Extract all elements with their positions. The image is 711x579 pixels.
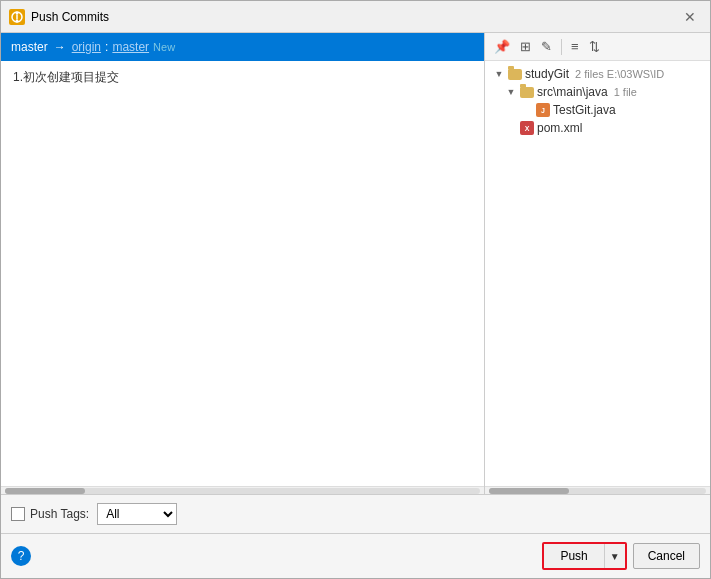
tree-arrow-src: ▼: [505, 86, 517, 98]
svg-point-1: [16, 11, 19, 14]
tags-select[interactable]: All: [97, 503, 177, 525]
hscroll-track[interactable]: [5, 488, 480, 494]
svg-point-2: [16, 19, 19, 22]
left-panel: master → origin : master New 1.初次创建项目提交: [1, 33, 485, 494]
branch-separator: :: [105, 40, 108, 54]
tree-item-src-main-java[interactable]: ▼ src\main\java 1 file: [485, 83, 710, 101]
right-actions: Push ▼ Cancel: [542, 542, 700, 570]
from-branch: master: [11, 40, 48, 54]
hscroll-thumb[interactable]: [5, 488, 85, 494]
push-tags-label: Push Tags:: [30, 507, 89, 521]
close-button[interactable]: ✕: [678, 8, 702, 26]
titlebar-left: Push Commits: [9, 9, 109, 25]
tree-meta-src: 1 file: [614, 86, 637, 98]
push-tags-row: Push Tags: All: [1, 495, 710, 533]
action-row: ? Push ▼ Cancel: [1, 533, 710, 578]
edit-icon-btn[interactable]: ✎: [538, 38, 555, 55]
push-tags-checkbox-wrap: Push Tags:: [11, 507, 89, 521]
xml-file-icon: X: [520, 121, 534, 135]
horizontal-scrollbar[interactable]: [1, 486, 484, 494]
tree-arrow-studygit: ▼: [493, 68, 505, 80]
branch-header: master → origin : master New: [1, 33, 484, 61]
tree-arrow-testgit: [521, 104, 533, 116]
app-icon: [9, 9, 25, 25]
tree-item-testgit[interactable]: J TestGit.java: [485, 101, 710, 119]
tree-label-studygit: studyGit: [525, 67, 569, 81]
folder-icon-studygit: [508, 69, 522, 80]
toolbar-separator: [561, 39, 562, 55]
commit-item[interactable]: 1.初次创建项目提交: [1, 65, 484, 90]
help-button[interactable]: ?: [11, 546, 31, 566]
push-button-wrap: Push ▼: [542, 542, 626, 570]
tree-arrow-pom: [505, 122, 517, 134]
right-hscroll-track[interactable]: [489, 488, 706, 494]
right-panel: 📌 ⊞ ✎ ≡ ⇅ ▼ studyGit 2 files E:\03WS\ID: [485, 33, 710, 494]
tree-meta-studygit: 2 files E:\03WS\ID: [575, 68, 664, 80]
right-hscroll-thumb[interactable]: [489, 488, 569, 494]
right-horizontal-scrollbar[interactable]: [485, 486, 710, 494]
titlebar: Push Commits ✕: [1, 1, 710, 33]
branch-arrow: →: [54, 40, 66, 54]
bottom-bar: Push Tags: All ? Push ▼ Cancel: [1, 494, 710, 578]
group-icon-btn[interactable]: ⊞: [517, 38, 534, 55]
push-commits-window: Push Commits ✕ master → origin : master …: [0, 0, 711, 579]
java-file-icon: J: [536, 103, 550, 117]
sort-desc-icon-btn[interactable]: ⇅: [586, 38, 603, 55]
right-toolbar: 📌 ⊞ ✎ ≡ ⇅: [485, 33, 710, 61]
remote-link[interactable]: origin: [72, 40, 101, 54]
commits-list: 1.初次创建项目提交: [1, 61, 484, 486]
push-tags-checkbox[interactable]: [11, 507, 25, 521]
folder-icon-src: [520, 87, 534, 98]
to-branch-link[interactable]: master: [112, 40, 149, 54]
tree-item-pomxml[interactable]: X pom.xml: [485, 119, 710, 137]
tree-item-studygit[interactable]: ▼ studyGit 2 files E:\03WS\ID: [485, 65, 710, 83]
tree-label-src: src\main\java: [537, 85, 608, 99]
pin-icon-btn[interactable]: 📌: [491, 38, 513, 55]
content-area: master → origin : master New 1.初次创建项目提交: [1, 33, 710, 494]
sort-asc-icon-btn[interactable]: ≡: [568, 38, 582, 55]
push-dropdown-button[interactable]: ▼: [605, 544, 625, 568]
window-title: Push Commits: [31, 10, 109, 24]
new-badge: New: [153, 41, 175, 53]
file-tree: ▼ studyGit 2 files E:\03WS\ID ▼ src\main…: [485, 61, 710, 486]
cancel-button[interactable]: Cancel: [633, 543, 700, 569]
push-button[interactable]: Push: [544, 544, 604, 568]
tree-label-testgit: TestGit.java: [553, 103, 616, 117]
tree-label-pom: pom.xml: [537, 121, 582, 135]
